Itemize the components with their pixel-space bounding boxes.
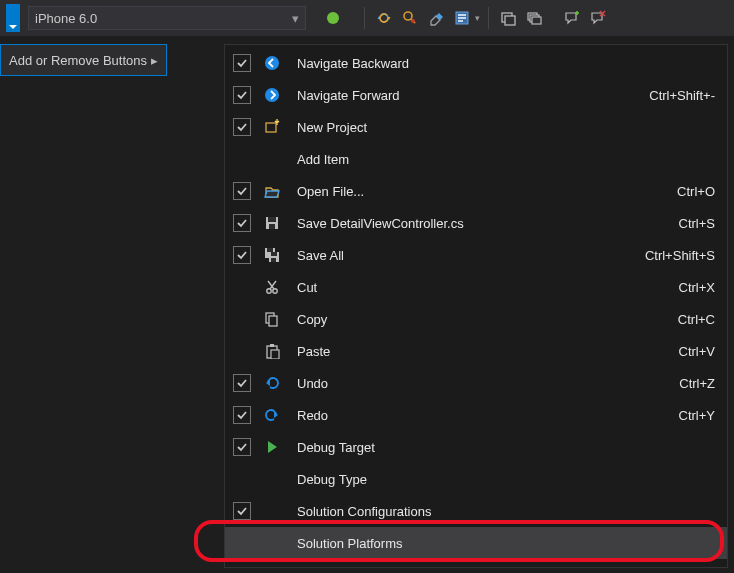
svg-rect-6 <box>458 17 466 19</box>
chevron-down-icon[interactable]: ▾ <box>475 13 480 23</box>
menu-item[interactable]: UndoCtrl+Z <box>225 367 727 399</box>
find-icon[interactable] <box>399 7 421 29</box>
svg-rect-22 <box>269 224 275 229</box>
menu-item-label: Add Item <box>297 152 715 167</box>
paste-icon <box>261 343 283 359</box>
nav-fwd-icon <box>261 87 283 103</box>
svg-rect-27 <box>271 258 276 262</box>
svg-point-0 <box>327 12 339 24</box>
menu-item-label: Debug Type <box>297 472 715 487</box>
add-remove-buttons-flyout[interactable]: Add or Remove Buttons ▸ <box>0 44 167 76</box>
menu-item[interactable]: Navigate Backward <box>225 47 727 79</box>
new-proj-icon <box>261 119 283 135</box>
checkbox[interactable] <box>233 118 251 136</box>
menu-item[interactable]: Open File...Ctrl+O <box>225 175 727 207</box>
customize-menu: Navigate BackwardNavigate ForwardCtrl+Sh… <box>224 44 728 568</box>
svg-rect-19 <box>266 123 276 132</box>
menu-item-shortcut: Ctrl+S <box>663 216 715 231</box>
menu-item[interactable]: CutCtrl+X <box>225 271 727 303</box>
menu-item[interactable]: Solution Platforms <box>225 527 727 559</box>
menu-item[interactable]: New Project <box>225 111 727 143</box>
menu-item-shortcut: Ctrl+Shift+- <box>633 88 715 103</box>
menu-item[interactable]: Debug Type <box>225 463 727 495</box>
menu-item-label: Save All <box>297 248 629 263</box>
menu-item-shortcut: Ctrl+Y <box>663 408 715 423</box>
redo-icon <box>261 407 283 423</box>
play-icon <box>261 439 283 455</box>
open-file-icon <box>261 183 283 199</box>
checkbox[interactable] <box>233 502 251 520</box>
checkbox[interactable] <box>233 246 251 264</box>
comment-add-icon[interactable] <box>561 7 583 29</box>
svg-rect-33 <box>269 316 277 326</box>
menu-item[interactable]: PasteCtrl+V <box>225 335 727 367</box>
undo-icon <box>261 375 283 391</box>
menu-item-label: Save DetailViewController.cs <box>297 216 663 231</box>
menu-item-shortcut: Ctrl+V <box>663 344 715 359</box>
checkbox[interactable] <box>233 374 251 392</box>
menu-item[interactable]: Navigate ForwardCtrl+Shift+- <box>225 79 727 111</box>
menu-item-label: Undo <box>297 376 663 391</box>
svg-point-29 <box>273 289 277 293</box>
checkbox[interactable] <box>233 406 251 424</box>
menu-item[interactable]: CopyCtrl+C <box>225 303 727 335</box>
svg-point-18 <box>265 88 279 102</box>
menu-item[interactable]: RedoCtrl+Y <box>225 399 727 431</box>
menu-item-label: Solution Configurations <box>297 504 715 519</box>
nav-back-icon <box>261 55 283 71</box>
platform-combo-value: iPhone 6.0 <box>35 11 97 26</box>
menu-item-label: Navigate Backward <box>297 56 715 71</box>
menu-item-label: Cut <box>297 280 663 295</box>
menu-item-shortcut: Ctrl+C <box>662 312 715 327</box>
svg-point-17 <box>265 56 279 70</box>
chevron-down-icon: ▾ <box>292 11 299 26</box>
menu-item-label: Solution Platforms <box>297 536 715 551</box>
checkbox[interactable] <box>233 214 251 232</box>
checkbox[interactable] <box>233 86 251 104</box>
svg-rect-7 <box>458 20 463 22</box>
comment-remove-icon[interactable] <box>587 7 609 29</box>
svg-rect-26 <box>271 252 277 256</box>
svg-rect-21 <box>268 217 276 222</box>
menu-item[interactable]: Solution Configurations <box>225 495 727 527</box>
platform-combo[interactable]: iPhone 6.0 ▾ <box>28 6 306 30</box>
menu-item-label: Debug Target <box>297 440 715 455</box>
svg-rect-9 <box>505 16 515 25</box>
eraser-icon[interactable] <box>425 7 447 29</box>
menu-item-label: New Project <box>297 120 715 135</box>
add-remove-buttons-label: Add or Remove Buttons <box>9 53 147 68</box>
checkbox[interactable] <box>233 182 251 200</box>
checkbox[interactable] <box>233 54 251 72</box>
svg-point-1 <box>404 12 412 20</box>
cut-icon <box>261 279 283 295</box>
start-button-icon[interactable] <box>322 7 344 29</box>
menu-item-label: Navigate Forward <box>297 88 633 103</box>
svg-rect-36 <box>271 350 279 359</box>
menu-item-label: Redo <box>297 408 663 423</box>
menu-item[interactable]: Save DetailViewController.csCtrl+S <box>225 207 727 239</box>
menu-item[interactable]: Add Item <box>225 143 727 175</box>
refresh-icon[interactable] <box>373 7 395 29</box>
svg-rect-12 <box>532 17 541 24</box>
toolbar-customize-grip[interactable] <box>6 4 20 32</box>
menu-item-shortcut: Ctrl+Z <box>663 376 715 391</box>
menu-item[interactable]: Debug Target <box>225 431 727 463</box>
checkbox[interactable] <box>233 438 251 456</box>
window-icon[interactable] <box>497 7 519 29</box>
svg-point-28 <box>267 289 271 293</box>
chevron-right-icon: ▸ <box>151 53 158 68</box>
menu-item-shortcut: Ctrl+O <box>661 184 715 199</box>
menu-item-label: Open File... <box>297 184 661 199</box>
menu-item-label: Copy <box>297 312 662 327</box>
main-toolbar: iPhone 6.0 ▾ ▾ <box>0 0 734 36</box>
toolbar-separator <box>488 7 489 29</box>
properties-icon[interactable] <box>451 7 473 29</box>
toolbar-separator <box>364 7 365 29</box>
menu-item[interactable]: Save AllCtrl+Shift+S <box>225 239 727 271</box>
stack-icon[interactable] <box>523 7 545 29</box>
copy-icon <box>261 311 283 327</box>
svg-rect-35 <box>270 344 274 347</box>
menu-item-shortcut: Ctrl+X <box>663 280 715 295</box>
svg-point-3 <box>411 19 415 23</box>
menu-item-shortcut: Ctrl+Shift+S <box>629 248 715 263</box>
